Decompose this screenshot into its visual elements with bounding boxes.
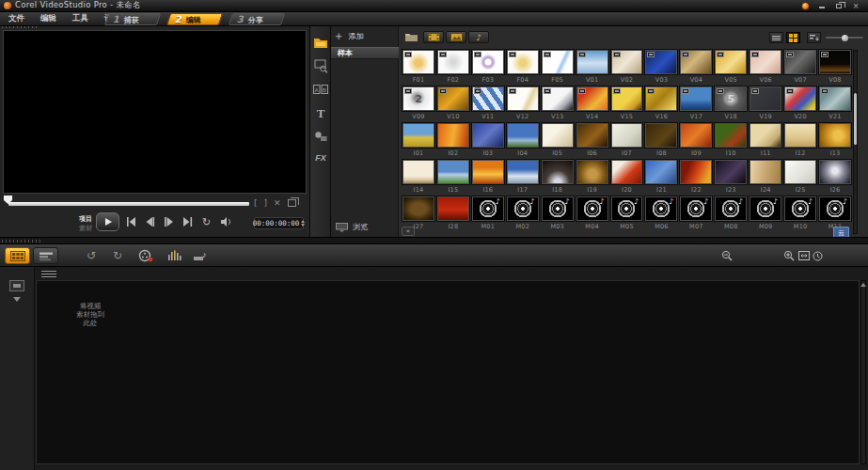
next-frame-button[interactable] <box>162 216 176 227</box>
gallery-item-M10[interactable]: ♪M10 <box>784 196 816 233</box>
title-button[interactable]: T <box>312 104 329 121</box>
gallery-item-V21[interactable]: V21 <box>819 86 851 123</box>
gallery-item-V10[interactable]: V10 <box>437 86 469 123</box>
tab-edit[interactable]: 2编辑 <box>166 13 223 25</box>
filter-videos-button[interactable] <box>423 31 444 43</box>
gallery-item-V08[interactable]: V08 <box>819 50 851 86</box>
gallery-item-F01[interactable]: F01 <box>402 50 434 86</box>
mark-in-button[interactable]: [ <box>254 198 258 208</box>
record-capture-button[interactable] <box>137 248 154 263</box>
gallery-item-V01[interactable]: V01 <box>576 50 608 86</box>
sort-options-button[interactable] <box>807 32 821 43</box>
gallery-item-V13[interactable]: V13 <box>542 86 574 123</box>
gallery-scrollbar[interactable] <box>853 50 858 234</box>
menu-file[interactable]: 文件 <box>8 13 24 24</box>
thumbnail-size-slider[interactable] <box>826 37 863 39</box>
preview-timecode[interactable]: 00:00:00:00 <box>254 217 304 229</box>
gallery-item-I12[interactable]: I12 <box>784 123 816 160</box>
sound-mixer-button[interactable] <box>166 248 182 263</box>
gallery-item-M01[interactable]: ♪M01 <box>472 196 504 233</box>
gallery-item-M04[interactable]: ♪M04 <box>576 196 608 233</box>
scrollbar-thumb[interactable] <box>854 93 857 145</box>
gallery-item-I23[interactable]: I23 <box>715 160 747 196</box>
gallery-item-M02[interactable]: ♪M02 <box>507 196 539 233</box>
redo-button[interactable]: ↻ <box>109 248 126 263</box>
browse-button[interactable]: 浏览 <box>336 222 368 232</box>
gallery-item-M09[interactable]: ♪M09 <box>750 196 781 233</box>
gallery-item-M07[interactable]: ♪M07 <box>680 196 712 233</box>
menu-edit[interactable]: 编辑 <box>40 13 56 24</box>
gallery-item-V14[interactable]: V14 <box>576 86 608 123</box>
gallery-item-I26[interactable]: I26 <box>819 160 851 196</box>
gallery-item-I14[interactable]: I14 <box>402 160 434 196</box>
gallery-item-V05[interactable]: V05 <box>715 50 747 86</box>
gallery-item-V20[interactable]: V20 <box>784 86 816 123</box>
gallery-item-I08[interactable]: I08 <box>645 123 677 160</box>
video-track-icon[interactable] <box>9 280 24 291</box>
filter-photos-button[interactable] <box>446 31 466 43</box>
gallery-item-M05[interactable]: ♪M05 <box>611 196 643 233</box>
gallery-item-F04[interactable]: F04 <box>507 50 539 86</box>
gallery-item-I02[interactable]: I02 <box>437 123 469 160</box>
prev-frame-button[interactable] <box>143 216 157 227</box>
end-button[interactable] <box>181 216 195 227</box>
gallery-item-I22[interactable]: I22 <box>680 160 712 196</box>
gallery-item-V19[interactable]: V19 <box>750 86 781 123</box>
gallery-item-V18[interactable]: 5V18 <box>715 86 747 123</box>
gallery-item-I25[interactable]: I25 <box>784 160 816 196</box>
scroll-up-arrow[interactable] <box>860 283 866 287</box>
gallery-item-V04[interactable]: V04 <box>680 50 712 86</box>
gallery-item-V07[interactable]: V07 <box>784 50 816 86</box>
gallery-item-M03[interactable]: ♪M03 <box>542 196 574 233</box>
home-button[interactable] <box>124 216 138 227</box>
gallery-item-I03[interactable]: I03 <box>472 123 504 160</box>
gallery-item-V11[interactable]: V11 <box>472 86 504 123</box>
gallery-item-I18[interactable]: I18 <box>542 160 574 196</box>
gallery-item-I17[interactable]: I17 <box>507 160 539 196</box>
folder-item-sample[interactable]: 样本 <box>331 47 399 59</box>
gallery-item-M08[interactable]: ♪M08 <box>715 196 747 233</box>
transition-button[interactable]: AB <box>312 81 329 98</box>
gallery-item-I10[interactable]: I10 <box>715 123 747 160</box>
timeline-scrollbar[interactable] <box>860 280 866 464</box>
tab-capture[interactable]: 1捕获 <box>104 13 161 25</box>
list-view-button[interactable] <box>769 32 783 43</box>
gallery-folder-icon[interactable] <box>404 31 418 42</box>
gallery-item-V15[interactable]: V15 <box>611 86 643 123</box>
gallery-item-I15[interactable]: I15 <box>437 160 469 196</box>
gallery-item-V02[interactable]: V02 <box>611 50 643 86</box>
gallery-item-I16[interactable]: I16 <box>472 160 504 196</box>
gallery-item-F03[interactable]: F03 <box>472 50 504 86</box>
mode-project-label[interactable]: 项目 <box>66 214 92 224</box>
gallery-item-I19[interactable]: I19 <box>576 160 608 196</box>
track-manager-button[interactable] <box>41 269 56 278</box>
corel-guide-icon[interactable] <box>801 2 810 10</box>
gallery-item-V09[interactable]: 2V09 <box>402 86 434 123</box>
storyboard-view-button[interactable] <box>5 247 30 264</box>
track-expand-arrow[interactable] <box>13 297 21 302</box>
gallery-item-I11[interactable]: I11 <box>750 123 781 160</box>
volume-button[interactable] <box>218 216 232 227</box>
gallery-item-I27[interactable]: I27 <box>402 196 434 233</box>
gallery-item-I09[interactable]: I09 <box>680 123 712 160</box>
gallery-item-I01[interactable]: I01 <box>402 123 434 160</box>
time-ruler-button[interactable] <box>809 248 826 263</box>
timecode-spinner[interactable] <box>301 220 305 227</box>
gallery-item-I20[interactable]: I20 <box>611 160 643 196</box>
gallery-item-F02[interactable]: F02 <box>437 50 469 86</box>
gallery-item-V06[interactable]: V06 <box>750 50 781 86</box>
instant-project-button[interactable] <box>312 57 329 74</box>
filter-button[interactable]: FX <box>312 149 329 165</box>
undo-button[interactable]: ↺ <box>83 248 100 263</box>
gallery-item-I07[interactable]: I07 <box>611 123 643 160</box>
gallery-item-I05[interactable]: I05 <box>542 123 574 160</box>
thumbnail-view-button[interactable] <box>786 32 800 43</box>
play-button[interactable] <box>96 212 119 231</box>
close-button[interactable]: × <box>851 2 860 10</box>
gallery-item-I28[interactable]: I28 <box>437 196 469 233</box>
panel-splitter[interactable] <box>0 237 868 244</box>
auto-music-button[interactable]: ♪ <box>192 248 209 263</box>
enlarge-preview-icon[interactable] <box>288 199 296 207</box>
gallery-item-I21[interactable]: I21 <box>645 160 677 196</box>
repeat-button[interactable]: ↻ <box>199 216 213 227</box>
